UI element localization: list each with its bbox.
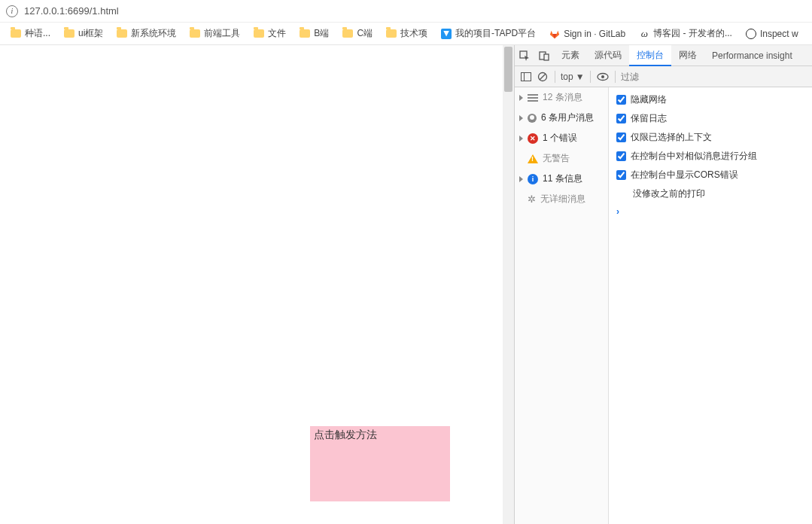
opt-show-cors[interactable]: 在控制台中显示CORS错误 — [609, 166, 812, 184]
main-area: 点击触发方法 元素 源代码 控制台 网络 Performance insight — [0, 45, 812, 524]
folder-icon — [117, 29, 127, 38]
bookmark-label: 博客园 - 开发者的... — [653, 27, 732, 40]
bookmark-item[interactable]: 文件 — [248, 24, 292, 43]
bookmark-item[interactable]: ui框架 — [58, 24, 109, 43]
bookmark-item[interactable]: Sign in · GitLab — [543, 26, 631, 42]
separator — [615, 71, 616, 83]
opt-selected-context[interactable]: 仅限已选择的上下文 — [609, 128, 812, 147]
bookmark-label: Sign in · GitLab — [564, 29, 625, 39]
console-filter-input[interactable] — [621, 72, 711, 82]
live-expression-icon[interactable] — [596, 72, 610, 81]
site-info-icon[interactable]: i — [6, 5, 18, 17]
context-label: top — [561, 72, 573, 82]
bookmark-item[interactable]: B端 — [293, 24, 335, 43]
bookmark-item[interactable]: Inspect w — [740, 26, 804, 42]
expand-icon — [519, 136, 523, 142]
device-toolbar-icon[interactable] — [534, 45, 554, 66]
bookmark-item[interactable]: 新系统环境 — [111, 24, 182, 43]
pink-click-box[interactable]: 点击触发方法 — [310, 426, 450, 501]
sidebar-label: 1 个错误 — [543, 132, 577, 145]
error-icon: ✕ — [528, 133, 538, 144]
sidebar-label: 11 条信息 — [543, 172, 582, 185]
sidebar-toggle-icon[interactable] — [519, 72, 533, 81]
tab-performance[interactable]: Performance insight — [704, 45, 800, 66]
inspect-element-icon[interactable] — [515, 45, 534, 66]
checkbox[interactable] — [616, 151, 626, 161]
console-body: 12 条消息 6 条用户消息 ✕ 1 个错误 无警告 — [515, 87, 812, 524]
tab-console[interactable]: 控制台 — [629, 45, 671, 66]
console-log-line[interactable]: 没修改之前的打印 — [609, 184, 812, 203]
bookmark-item[interactable]: 技术项 — [380, 24, 433, 43]
react-icon — [746, 29, 756, 39]
sidebar-warnings[interactable]: 无警告 — [515, 148, 608, 169]
page-scrollbar[interactable] — [503, 45, 514, 524]
bookmark-item[interactable]: 我的项目-TAPD平台 — [435, 24, 542, 43]
opt-label: 隐藏网络 — [631, 93, 667, 106]
expand-icon — [519, 95, 523, 101]
sidebar-errors[interactable]: ✕ 1 个错误 — [515, 128, 608, 148]
blog-icon: ω — [639, 29, 649, 39]
bookmark-label: Inspect w — [760, 29, 798, 39]
opt-preserve-log[interactable]: 保留日志 — [609, 109, 812, 128]
svg-line-6 — [540, 74, 546, 80]
sidebar-user-messages[interactable]: 6 条用户消息 — [515, 108, 608, 128]
tab-elements[interactable]: 元素 — [554, 45, 587, 66]
gitlab-icon — [549, 29, 560, 39]
folder-icon — [64, 29, 75, 38]
bookmark-item[interactable]: 种语... — [5, 24, 56, 43]
opt-label: 保留日志 — [631, 112, 667, 125]
tab-network[interactable]: 网络 — [671, 45, 704, 66]
user-icon — [528, 114, 537, 123]
pink-box-text: 点击触发方法 — [314, 428, 377, 440]
chevron-down-icon: ▼ — [576, 72, 585, 82]
folder-icon — [342, 29, 353, 38]
context-selector[interactable]: top ▼ — [561, 72, 585, 82]
console-prompt[interactable]: › — [609, 203, 812, 220]
expand-icon — [519, 115, 523, 121]
bookmark-label: 技术项 — [400, 27, 427, 40]
opt-hide-network[interactable]: 隐藏网络 — [609, 90, 812, 109]
bookmark-label: 文件 — [268, 27, 286, 40]
console-output: 隐藏网络 保留日志 仅限已选择的上下文 在控制台中对相似消息进行分组 在控制台中… — [609, 87, 812, 524]
separator — [590, 71, 591, 83]
opt-label: 在控制台中对相似消息进行分组 — [631, 150, 757, 163]
bookmark-label: ui框架 — [78, 27, 103, 40]
warning-icon — [528, 154, 538, 163]
page-viewport[interactable]: 点击触发方法 — [0, 45, 514, 524]
bookmark-label: 前端工具 — [204, 27, 240, 40]
console-toolbar: top ▼ — [515, 66, 812, 87]
info-icon: i — [528, 174, 538, 184]
bookmark-item[interactable]: 前端工具 — [184, 24, 246, 43]
sidebar-info[interactable]: i 11 条信息 — [515, 169, 608, 189]
bookmark-label: C端 — [357, 27, 373, 40]
sidebar-verbose[interactable]: ✲ 无详细消息 — [515, 189, 608, 209]
sidebar-all-messages[interactable]: 12 条消息 — [515, 87, 608, 108]
folder-icon — [300, 29, 310, 38]
chevron-right-icon: › — [616, 206, 619, 217]
clear-console-icon[interactable] — [536, 72, 549, 82]
bookmarks-bar: 种语... ui框架 新系统环境 前端工具 文件 B端 C端 技术项 我的项目-… — [0, 23, 812, 45]
url-text[interactable]: 127.0.0.1:6699/1.html — [24, 5, 119, 17]
sidebar-label: 无警告 — [543, 152, 570, 165]
scrollbar-thumb[interactable] — [504, 47, 512, 92]
gear-icon: ✲ — [528, 193, 536, 205]
expand-icon — [519, 176, 523, 182]
svg-point-8 — [601, 75, 604, 78]
folder-icon — [11, 29, 21, 38]
bookmark-item[interactable]: C端 — [336, 24, 379, 43]
separator — [555, 71, 555, 83]
bookmark-label: 种语... — [25, 27, 50, 40]
checkbox[interactable] — [616, 170, 626, 180]
checkbox[interactable] — [616, 133, 626, 142]
tab-sources[interactable]: 源代码 — [587, 45, 629, 66]
folder-icon — [386, 29, 397, 38]
opt-group-similar[interactable]: 在控制台中对相似消息进行分组 — [609, 147, 812, 166]
bookmark-item[interactable]: ω博客园 - 开发者的... — [633, 24, 738, 43]
tapd-icon — [441, 29, 452, 39]
devtools-panel: 元素 源代码 控制台 网络 Performance insight top ▼ — [514, 45, 812, 524]
svg-rect-3 — [522, 72, 531, 81]
checkbox[interactable] — [616, 95, 626, 105]
sidebar-label: 12 条消息 — [543, 91, 582, 104]
checkbox[interactable] — [616, 114, 626, 123]
opt-label: 在控制台中显示CORS错误 — [631, 169, 738, 181]
